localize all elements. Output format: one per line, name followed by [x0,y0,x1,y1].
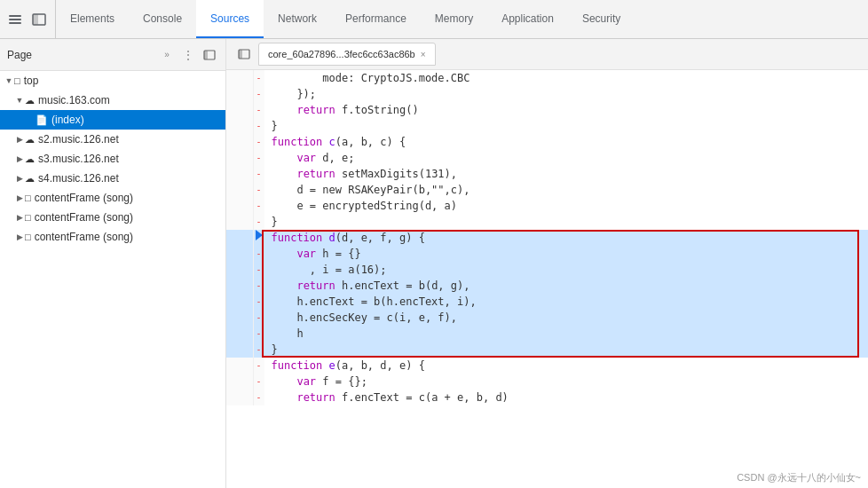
code-text: , i = a(16); [264,262,868,278]
keyword: function [272,136,323,148]
more-options-icon[interactable]: ⋮ [179,46,197,64]
line-marker: - [253,150,264,166]
tree-arrow-icon: ▼ [14,96,25,105]
devtools-toolbar: Elements Console Sources Network Perform… [0,0,868,39]
tab-security[interactable]: Security [568,0,635,38]
tab-memory[interactable]: Memory [421,0,487,38]
chevron-right-icon[interactable]: » [158,46,176,64]
code-line: - }); [226,86,868,102]
code-line: - var d, e; [226,150,868,166]
line-number [226,118,253,134]
tree-item[interactable]: ▶□ contentFrame (song) [0,188,225,208]
keyword: var [296,152,316,164]
tab-elements[interactable]: Elements [56,0,129,38]
tree-item-label: s4.music.126.net [38,172,119,185]
line-marker: - [253,86,264,102]
file-icon: ☁ [25,173,35,185]
file-icon: ☁ [25,134,35,146]
main-area: Page » ⋮ ▼□ top▼☁ music.163.com📄 (index)… [0,39,868,488]
line-marker: - [253,262,264,278]
sidebar-toggle-icon[interactable] [233,43,255,65]
line-number [226,214,253,230]
tree-item[interactable]: ▶☁ s3.music.126.net [0,149,225,169]
keyword: return [296,104,335,116]
tree-item-label: s2.music.126.net [38,133,119,146]
code-text: return h.encText = b(d, g), [264,278,868,294]
dock-icon[interactable] [30,11,48,28]
line-number [226,150,253,166]
tree-arrow-icon: ▶ [14,135,25,144]
line-number [226,198,253,214]
code-text: var d, e; [264,150,868,166]
keyword: function [272,232,323,244]
svg-rect-1 [9,19,21,20]
line-marker: - [253,358,264,374]
tree-item[interactable]: ▼☁ music.163.com [0,91,225,110]
tree-item[interactable]: ▶☁ s2.music.126.net [0,130,225,149]
code-line: - d = new RSAKeyPair(b,"",c), [226,182,868,198]
file-icon: 📄 [36,114,48,126]
line-number [226,310,253,326]
tab-application[interactable]: Application [487,0,568,38]
code-text: function c(a, b, c) { [264,134,868,150]
file-tab[interactable]: core_60a27896...3fec6cc63ac86b × [258,43,436,66]
page-header-icons: » ⋮ [158,46,218,64]
tree-item-label: contentFrame (song) [35,211,133,224]
breakpoint-arrow-icon [256,230,263,240]
line-number [226,246,253,262]
tree-item-label: contentFrame (song) [35,192,133,204]
line-marker: - [253,310,264,326]
line-number [226,182,253,198]
tab-network[interactable]: Network [264,0,331,38]
svg-rect-2 [9,22,21,24]
file-tab-name: core_60a27896...3fec6cc63ac86b [268,49,415,59]
code-line: - return f.encText = c(a + e, b, d) [226,390,868,405]
code-text: } [264,214,868,230]
page-header: Page » ⋮ [0,39,225,71]
line-marker: - [253,390,264,405]
tree-item-label: contentFrame (song) [35,231,133,243]
keyword: var [296,248,316,260]
sidebar-hide-icon[interactable] [201,46,218,64]
code-area[interactable]: - mode: CryptoJS.mode.CBC- });- return f… [226,70,868,488]
file-icon: □ [25,232,31,242]
line-marker: - [253,214,264,230]
function-name: d [322,232,335,244]
tree-arrow-icon: ▼ [4,76,14,85]
code-text: return setMaxDigits(131), [264,166,868,182]
code-text: var h = {} [264,246,868,262]
code-table: - mode: CryptoJS.mode.CBC- });- return f… [226,70,868,405]
code-text: return f.encText = c(a + e, b, d) [264,390,868,405]
tab-performance[interactable]: Performance [331,0,421,38]
code-text: h.encSecKey = c(i, e, f), [264,310,868,326]
tree-item[interactable]: 📄 (index) [0,110,225,130]
menu-icon[interactable] [7,11,25,28]
tree-item[interactable]: ▶□ contentFrame (song) [0,208,225,227]
code-line: -function e(a, b, d, e) { [226,358,868,374]
tab-sources[interactable]: Sources [196,0,264,38]
tree-item[interactable]: ▶☁ s4.music.126.net [0,169,225,188]
line-number [226,70,253,86]
line-number [226,262,253,278]
line-marker: - [253,118,264,134]
tree-item-label: (index) [51,114,84,126]
line-marker: - [253,134,264,150]
line-marker: - [253,278,264,294]
page-label: Page [7,49,158,61]
code-text: return f.toString() [264,102,868,118]
tree-item[interactable]: ▼□ top [0,71,225,91]
code-text: d = new RSAKeyPair(b,"",c), [264,182,868,198]
line-marker: - [253,246,264,262]
code-line: - return f.toString() [226,102,868,118]
tree-item[interactable]: ▶□ contentFrame (song) [0,227,225,247]
code-text: function e(a, b, d, e) { [264,358,868,374]
tabs: Elements Console Sources Network Perform… [56,0,868,38]
line-number [226,358,253,374]
line-number [226,294,253,310]
tab-console[interactable]: Console [129,0,196,38]
code-line: -} [226,342,868,358]
file-tab-close[interactable]: × [421,50,426,59]
right-panel: core_60a27896...3fec6cc63ac86b × - mode:… [226,39,868,488]
line-number [226,102,253,118]
code-text: } [264,118,868,134]
